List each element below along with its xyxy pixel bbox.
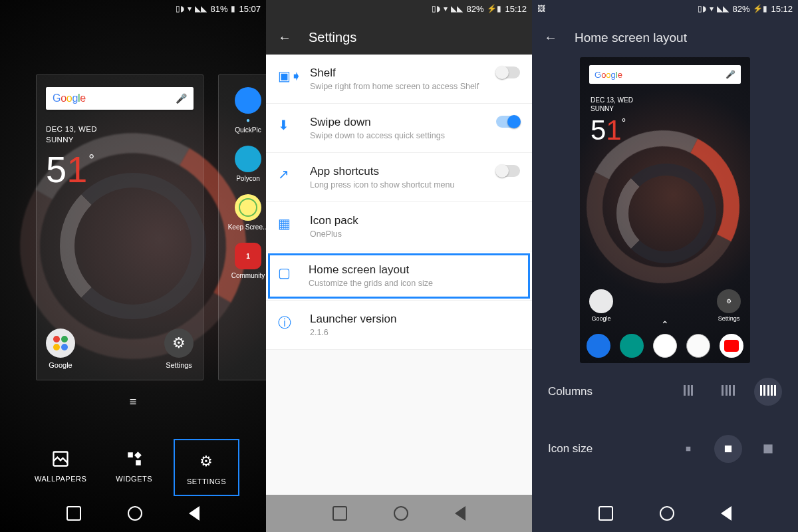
svg-point-1 (61, 336, 68, 342)
panel-launcher-edit: ▯◗ ▾ ◣◣ 81% ▮ 15:07 Google 🎤 DEC 13, WED… (0, 0, 266, 532)
keep-icon (235, 194, 261, 221)
nav-recent[interactable] (332, 506, 347, 521)
weather-widget[interactable]: DEC 13, WED SUNNY 5 1 ° (46, 124, 194, 191)
back-arrow-icon[interactable]: ← (544, 30, 557, 45)
iconsize-small[interactable] (674, 435, 702, 463)
preview-search-bar: Google 🎤 (589, 65, 741, 84)
gear-icon: ⚙ (717, 289, 741, 313)
clock-text: 15:12 (505, 4, 527, 14)
battery-text: 82% (466, 4, 483, 14)
back-arrow-icon[interactable]: ← (278, 30, 291, 45)
shelf-toggle[interactable] (496, 66, 520, 78)
battery-text: 81% (210, 4, 227, 14)
app-polycon[interactable]: Polycon (224, 146, 266, 182)
page-indicator: ≡ (0, 395, 266, 409)
columns-option-4[interactable] (714, 378, 742, 406)
signal-icon: ◣◣ (717, 4, 729, 13)
wifi-icon: ▾ (444, 4, 448, 13)
page-title: Settings (309, 30, 356, 45)
vibrate-icon: ▯◗ (176, 4, 184, 13)
mic-icon[interactable]: 🎤 (176, 93, 187, 104)
home-screen-preview-2[interactable]: ●QuickPic Polycon Keep Scree... 1Communi… (218, 74, 266, 380)
app-keepscreen[interactable]: Keep Scree... (224, 194, 266, 231)
battery-charging-icon: ⚡▮ (487, 4, 501, 13)
nav-recent[interactable] (66, 506, 81, 521)
polycon-icon (235, 146, 261, 172)
setting-swipe-down[interactable]: ⬇ Swipe downSwipe down to access quick s… (266, 104, 532, 153)
battery-icon: ▮ (231, 4, 235, 13)
row-icon-size: Icon size (532, 420, 798, 477)
page-title: Home screen layout (575, 31, 687, 45)
status-bar: ▯◗ ▾ ◣◣ 81% ▮ 15:07 (0, 0, 266, 17)
clock-text: 15:07 (239, 4, 261, 14)
preview-weather: DEC 13, WED SUNNY 51° (591, 96, 633, 146)
layout-preview: Google 🎤 DEC 13, WED SUNNY 51° Google ⚙S… (580, 57, 750, 363)
widgets-button[interactable]: WIDGETS (116, 447, 152, 488)
setting-app-shortcuts[interactable]: ↗ App shortcutsLong press icon to show s… (266, 153, 532, 202)
shortcut-icon: ↗ (278, 166, 294, 182)
columns-label: Columns (548, 385, 662, 398)
community-icon: 1 (235, 243, 261, 269)
columns-option-3[interactable] (674, 378, 702, 406)
status-bar: 🖼 ▯◗ ▾ ◣◣ 82% ⚡▮ 15:12 (532, 0, 798, 17)
nav-home[interactable] (128, 506, 142, 521)
iconsize-label: Icon size (548, 442, 662, 456)
nav-home[interactable] (394, 506, 408, 521)
messages-icon (620, 334, 644, 358)
settings-button[interactable]: ⚙ SETTINGS (182, 447, 231, 488)
preview-app-google: Google (589, 289, 613, 322)
setting-home-layout[interactable]: ▢ Home screen layoutCustomize the grids … (266, 251, 532, 301)
mic-icon: 🎤 (726, 70, 735, 79)
preview-dock (587, 334, 743, 358)
google-search-bar[interactable]: Google 🎤 (46, 87, 194, 110)
svg-rect-6 (136, 460, 141, 466)
wallpapers-button[interactable]: WALLPAPERS (35, 447, 86, 488)
nav-back[interactable] (189, 506, 200, 521)
gear-icon: ⚙ (195, 450, 219, 473)
settings-list: ▣➧ ShelfSwipe right from home screen to … (266, 55, 532, 495)
setting-shelf[interactable]: ▣➧ ShelfSwipe right from home screen to … (266, 55, 532, 104)
swipe-down-toggle[interactable] (496, 116, 520, 128)
vibrate-icon: ▯◗ (698, 4, 706, 13)
camera-icon (686, 334, 710, 358)
columns-option-5[interactable] (754, 378, 782, 406)
shelf-icon: ▣➧ (278, 68, 294, 84)
battery-text: 82% (732, 4, 749, 14)
app-settings[interactable]: ⚙ Settings (164, 329, 194, 369)
chevron-up-icon: ⌃ (580, 319, 750, 330)
app-label: Google (49, 361, 72, 369)
app-community[interactable]: 1Community (224, 243, 266, 279)
row-columns: Columns (532, 363, 798, 420)
quickpic-icon (235, 87, 261, 114)
svg-rect-5 (128, 452, 133, 458)
wifi-icon: ▾ (188, 4, 192, 13)
nav-home[interactable] (660, 506, 674, 521)
nav-back[interactable] (721, 506, 732, 521)
navigation-bar (0, 495, 266, 532)
svg-point-3 (61, 344, 68, 350)
grid-icon: ▦ (278, 215, 294, 231)
panel-settings: ▯◗ ▾ ◣◣ 82% ⚡▮ 15:12 ← Settings ▣➧ Shelf… (266, 0, 532, 532)
swipe-down-icon: ⬇ (278, 117, 294, 133)
info-icon: ⓘ (278, 314, 294, 332)
navigation-bar (266, 495, 532, 532)
iconsize-large[interactable] (754, 435, 782, 463)
navigation-bar (532, 495, 798, 532)
nav-back[interactable] (455, 506, 466, 521)
folder-icon (46, 329, 75, 358)
setting-icon-pack[interactable]: ▦ Icon packOnePlus (266, 202, 532, 251)
edit-toolbar: WALLPAPERS WIDGETS ⚙ SETTINGS (0, 447, 266, 488)
signal-icon: ◣◣ (195, 4, 207, 13)
iconsize-medium[interactable] (714, 435, 742, 463)
app-google-folder[interactable]: Google (46, 329, 75, 369)
app-shortcuts-toggle[interactable] (496, 165, 520, 177)
svg-point-2 (53, 344, 60, 350)
app-label: Settings (166, 361, 192, 369)
home-screen-preview[interactable]: Google 🎤 DEC 13, WED SUNNY 5 1 ° Google … (36, 74, 203, 380)
app-quickpic[interactable]: ●QuickPic (224, 87, 266, 134)
status-bar: ▯◗ ▾ ◣◣ 82% ⚡▮ 15:12 (266, 0, 532, 17)
nav-recent[interactable] (598, 506, 613, 521)
weather-condition: SUNNY (46, 135, 194, 146)
folder-icon (589, 289, 613, 313)
setting-launcher-version[interactable]: ⓘ Launcher version2.1.6 (266, 301, 532, 350)
